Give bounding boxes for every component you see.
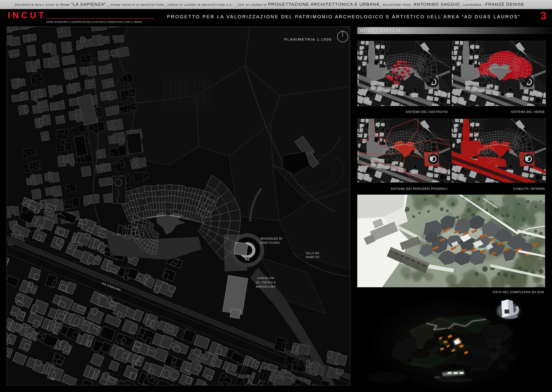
svg-text:P: P: [475, 132, 477, 136]
